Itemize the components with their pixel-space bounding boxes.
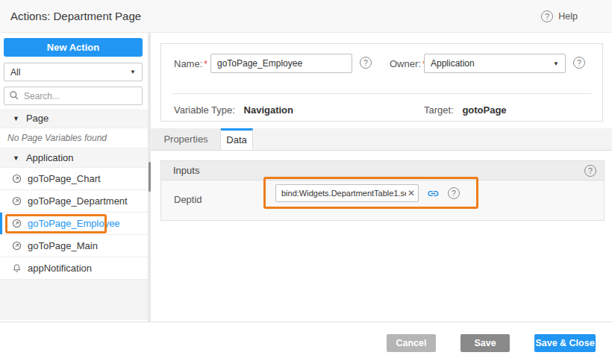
deptid-label: Deptid: [174, 194, 202, 205]
notification-icon: [12, 263, 22, 273]
variables-tree: ▼ Page No Page Variables found ▼ Applica…: [0, 109, 148, 320]
inputs-section-title: Inputs: [173, 165, 199, 176]
tree-item-label: goToPage_Main: [28, 240, 98, 251]
cancel-button[interactable]: Cancel: [387, 334, 436, 352]
chevron-down-icon: ▼: [553, 60, 559, 67]
dialog-header: Actions: Department Page Help: [0, 0, 612, 33]
help-link[interactable]: Help: [541, 10, 578, 22]
tree-group-label: Page: [26, 113, 49, 124]
empty-message: No Page Variables found: [0, 128, 148, 148]
filter-dropdown[interactable]: All ▼: [4, 63, 143, 81]
variables-sidebar: New Action All ▼ ▼ Page No Page Variable…: [0, 33, 148, 321]
collapse-arrow-icon: ▼: [13, 154, 19, 162]
inputs-section-body: Deptid bind:Widgets.DepartmentTable1.sel…: [161, 181, 604, 220]
tree-group-application[interactable]: ▼ Application: [0, 148, 148, 168]
tree-group-label: Application: [26, 152, 74, 163]
deptid-bind-input[interactable]: bind:Widgets.DepartmentTable1.selec ✕: [275, 184, 419, 202]
name-input[interactable]: [210, 54, 352, 73]
variable-type-row: Variable Type: Navigation: [174, 104, 293, 116]
search-icon: [9, 90, 19, 101]
owner-select[interactable]: Application ▼: [424, 54, 566, 73]
tab-bar: Properties Data: [151, 128, 612, 151]
target-row: Target: gotoPage: [424, 104, 507, 116]
tree-filler: [0, 280, 148, 320]
actions-dialog: Actions: Department Page Help New Action…: [0, 0, 612, 364]
tree-item-gotopage-main[interactable]: goToPage_Main: [0, 235, 148, 257]
variable-type-label: Variable Type:: [174, 104, 235, 116]
tree-item-gotopage-department[interactable]: goToPage_Department: [0, 190, 148, 213]
tree-item-label: appNotification: [28, 263, 92, 274]
tree-item-appnotification[interactable]: appNotification: [0, 257, 148, 280]
bind-link-icon[interactable]: [427, 187, 440, 200]
deptid-bind-value: bind:Widgets.DepartmentTable1.selec: [281, 189, 406, 198]
tab-data[interactable]: Data: [221, 128, 253, 150]
action-detail-pane: Name:* Owner:* Application ▼ Variable Ty…: [151, 33, 612, 321]
collapse-arrow-icon: ▼: [13, 115, 19, 122]
page-title: Actions: Department Page: [10, 0, 141, 33]
panel-divider: [172, 93, 591, 94]
target-value: gotoPage: [462, 104, 506, 116]
tree-group-page[interactable]: ▼ Page: [0, 109, 148, 128]
tree-item-gotopage-employee[interactable]: goToPage_Employee: [0, 213, 148, 235]
target-label: Target:: [424, 104, 454, 116]
help-icon: [541, 10, 553, 22]
navigation-icon: [12, 196, 22, 206]
search-input[interactable]: [4, 87, 143, 105]
owner-help-icon[interactable]: [573, 57, 585, 69]
new-action-button[interactable]: New Action: [4, 38, 143, 57]
dialog-footer: Cancel Save Save & Close: [0, 321, 612, 364]
action-summary-panel: Name:* Owner:* Application ▼ Variable Ty…: [160, 43, 603, 122]
clear-icon[interactable]: ✕: [406, 188, 415, 198]
variable-type-value: Navigation: [244, 104, 293, 116]
navigation-icon: [12, 174, 22, 183]
navigation-icon: [12, 219, 22, 228]
name-help-icon[interactable]: [360, 57, 372, 69]
owner-label: Owner:*: [390, 58, 426, 69]
tab-properties[interactable]: Properties: [152, 128, 221, 150]
search-box: [4, 87, 143, 105]
filter-dropdown-value: All: [10, 67, 20, 78]
tree-item-label: goToPage_Chart: [28, 173, 101, 184]
navigation-icon: [12, 241, 22, 251]
tree-item-label: goToPage_Department: [28, 195, 128, 207]
inputs-section: Inputs Deptid bind:Widgets.DepartmentTab…: [160, 160, 605, 221]
required-asterisk: *: [204, 59, 207, 69]
deptid-help-icon[interactable]: [448, 187, 460, 199]
name-label: Name:*: [174, 58, 207, 69]
save-button[interactable]: Save: [460, 334, 510, 352]
tree-item-label: goToPage_Employee: [28, 218, 120, 229]
save-and-close-button[interactable]: Save & Close: [534, 334, 596, 352]
inputs-help-icon[interactable]: [584, 165, 596, 177]
tree-item-gotopage-chart[interactable]: goToPage_Chart: [0, 168, 148, 190]
chevron-down-icon: ▼: [130, 69, 136, 75]
inputs-section-header: Inputs: [161, 161, 604, 181]
owner-select-value: Application: [431, 58, 475, 69]
help-label: Help: [558, 11, 578, 22]
